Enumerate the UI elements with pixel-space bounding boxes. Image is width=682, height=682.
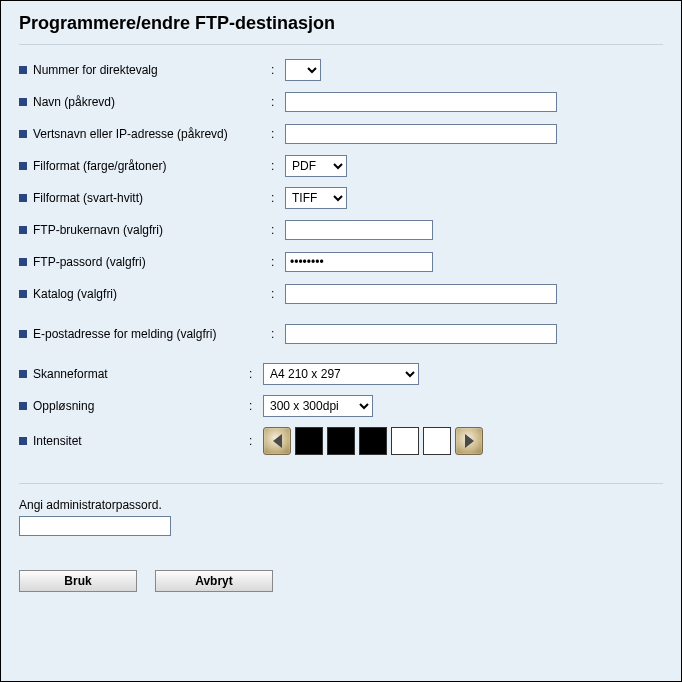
label-ftp-pass-text: FTP-passord (valgfri) (33, 255, 146, 269)
bullet-icon (19, 330, 27, 338)
fmt-bw-select[interactable]: TIFF (285, 187, 347, 209)
bullet-icon (19, 194, 27, 202)
name-input[interactable] (285, 92, 557, 112)
ftp-pass-input[interactable] (285, 252, 433, 272)
row-scanfmt: Skanneformat : A4 210 x 297 (19, 363, 663, 385)
colon: : (271, 255, 285, 269)
label-fmt-color: Filformat (farge/gråtoner) (19, 159, 271, 173)
label-fmt-bw-text: Filformat (svart-hvitt) (33, 191, 143, 205)
row-intensity: Intensitet : (19, 427, 663, 455)
label-email: E-postadresse for melding (valgfri) (19, 327, 271, 341)
colon: : (271, 159, 285, 173)
label-scanfmt-text: Skanneformat (33, 367, 108, 381)
label-ftp-user-text: FTP-brukernavn (valgfri) (33, 223, 163, 237)
colon: : (271, 223, 285, 237)
intensity-controls (263, 427, 483, 455)
colon: : (271, 127, 285, 141)
ftp-user-input[interactable] (285, 220, 433, 240)
bullet-icon (19, 370, 27, 378)
label-ftp-pass: FTP-passord (valgfri) (19, 255, 271, 269)
intensity-swatch-1 (295, 427, 323, 455)
colon: : (249, 399, 263, 413)
bullet-icon (19, 226, 27, 234)
label-onetouch-text: Nummer for direktevalg (33, 63, 158, 77)
button-row: Bruk Avbryt (19, 570, 663, 592)
bullet-icon (19, 162, 27, 170)
admin-section: Angi administratorpassord. (19, 498, 663, 536)
arrow-right-icon (465, 434, 474, 448)
label-ftp-user: FTP-brukernavn (valgfri) (19, 223, 271, 237)
label-email-text: E-postadresse for melding (valgfri) (33, 327, 216, 341)
fmt-color-select[interactable]: PDF (285, 155, 347, 177)
admin-label: Angi administratorpassord. (19, 498, 663, 512)
row-ftp-user: FTP-brukernavn (valgfri) : (19, 219, 663, 241)
email-input[interactable] (285, 324, 557, 344)
resolution-select[interactable]: 300 x 300dpi (263, 395, 373, 417)
row-ftp-pass: FTP-passord (valgfri) : (19, 251, 663, 273)
row-fmt-bw: Filformat (svart-hvitt) : TIFF (19, 187, 663, 209)
intensity-swatch-2 (327, 427, 355, 455)
colon: : (271, 63, 285, 77)
label-dir-text: Katalog (valgfri) (33, 287, 117, 301)
page-title: Programmere/endre FTP-destinasjon (19, 13, 663, 34)
row-name: Navn (påkrevd) : (19, 91, 663, 113)
label-name: Navn (påkrevd) (19, 95, 271, 109)
label-dir: Katalog (valgfri) (19, 287, 271, 301)
intensity-decrease-button[interactable] (263, 427, 291, 455)
label-onetouch: Nummer for direktevalg (19, 63, 271, 77)
page-container: Programmere/endre FTP-destinasjon Nummer… (0, 0, 682, 682)
row-email: E-postadresse for melding (valgfri) : (19, 323, 663, 345)
label-fmt-color-text: Filformat (farge/gråtoner) (33, 159, 166, 173)
scanfmt-select[interactable]: A4 210 x 297 (263, 363, 419, 385)
row-host: Vertsnavn eller IP-adresse (påkrevd) : (19, 123, 663, 145)
onetouch-select[interactable] (285, 59, 321, 81)
cancel-button[interactable]: Avbryt (155, 570, 273, 592)
label-host-text: Vertsnavn eller IP-adresse (påkrevd) (33, 127, 228, 141)
label-scanfmt: Skanneformat (19, 367, 249, 381)
label-fmt-bw: Filformat (svart-hvitt) (19, 191, 271, 205)
label-intensity-text: Intensitet (33, 434, 82, 448)
apply-button[interactable]: Bruk (19, 570, 137, 592)
colon: : (271, 287, 285, 301)
dir-input[interactable] (285, 284, 557, 304)
label-host: Vertsnavn eller IP-adresse (påkrevd) (19, 127, 271, 141)
label-name-text: Navn (påkrevd) (33, 95, 115, 109)
bullet-icon (19, 98, 27, 106)
bullet-icon (19, 130, 27, 138)
bullet-icon (19, 290, 27, 298)
intensity-swatch-3 (359, 427, 387, 455)
bullet-icon (19, 402, 27, 410)
intensity-increase-button[interactable] (455, 427, 483, 455)
row-fmt-color: Filformat (farge/gråtoner) : PDF (19, 155, 663, 177)
arrow-left-icon (273, 434, 282, 448)
intensity-swatch-4 (391, 427, 419, 455)
bullet-icon (19, 66, 27, 74)
colon: : (271, 327, 285, 341)
label-resolution-text: Oppløsning (33, 399, 94, 413)
row-onetouch: Nummer for direktevalg : (19, 59, 663, 81)
label-resolution: Oppløsning (19, 399, 249, 413)
divider-top (19, 44, 663, 45)
bullet-icon (19, 258, 27, 266)
colon: : (249, 367, 263, 381)
admin-password-input[interactable] (19, 516, 171, 536)
colon: : (271, 191, 285, 205)
label-intensity: Intensitet (19, 434, 249, 448)
intensity-swatch-5 (423, 427, 451, 455)
colon: : (271, 95, 285, 109)
colon: : (249, 434, 263, 448)
row-resolution: Oppløsning : 300 x 300dpi (19, 395, 663, 417)
bullet-icon (19, 437, 27, 445)
host-input[interactable] (285, 124, 557, 144)
row-dir: Katalog (valgfri) : (19, 283, 663, 305)
divider-bottom (19, 483, 663, 484)
